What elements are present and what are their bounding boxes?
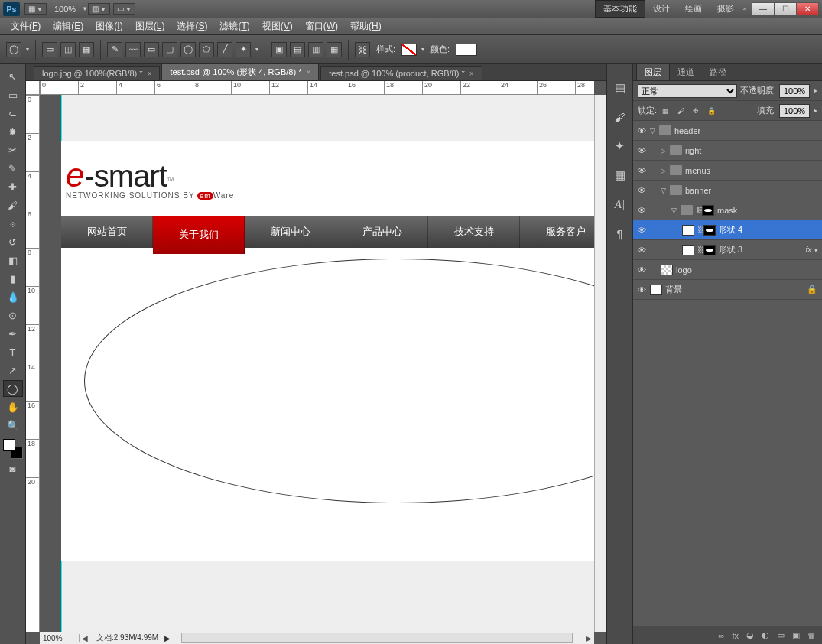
ellipse-tool[interactable]: ◯: [3, 380, 23, 397]
style-none-icon[interactable]: [401, 44, 417, 56]
layer-row[interactable]: 👁▷right: [633, 141, 822, 161]
visibility-icon[interactable]: 👁: [633, 126, 650, 135]
layer-name[interactable]: right: [685, 146, 701, 155]
view-extras-button[interactable]: ▥▼: [88, 3, 110, 15]
layer-thumb[interactable]: [661, 265, 673, 275]
vector-mask-thumb[interactable]: [703, 245, 716, 255]
healing-tool[interactable]: ✚: [3, 178, 23, 195]
vertical-ruler[interactable]: 02468101214161820: [26, 95, 40, 632]
marquee-tool[interactable]: ▭: [3, 86, 23, 103]
line-shape-icon[interactable]: ╱: [217, 42, 232, 57]
ellipse-shape-icon[interactable]: ◯: [180, 42, 196, 57]
layer-row[interactable]: 👁▽header: [633, 121, 822, 141]
vertical-scrollbar[interactable]: [594, 95, 606, 632]
link-layers-icon[interactable]: ∞: [719, 631, 725, 640]
workspace-design[interactable]: 设计: [645, 1, 677, 17]
pen-tool[interactable]: ✒: [3, 325, 23, 342]
adjustment-icon[interactable]: ◐: [762, 630, 769, 640]
layer-thumb[interactable]: [682, 225, 694, 236]
document-tab[interactable]: test.psd @ 100% (product, RGB/8) *×: [320, 66, 482, 80]
menu-window[interactable]: 窗口(W): [299, 18, 344, 34]
type-tool[interactable]: T: [3, 343, 23, 360]
eyedropper-tool[interactable]: ✎: [3, 160, 23, 177]
nav-item[interactable]: 新闻中心: [245, 216, 336, 248]
disclosure-icon[interactable]: ▽: [650, 127, 659, 135]
workspace-photo[interactable]: 摄影: [710, 1, 742, 17]
menu-image[interactable]: 图像(I): [89, 18, 128, 34]
fx-icon[interactable]: fx: [732, 631, 739, 640]
nav-item[interactable]: 网站首页: [61, 216, 153, 248]
foreground-swatch[interactable]: [3, 439, 15, 451]
lock-pixels-icon[interactable]: 🖌: [675, 106, 686, 116]
scroll-left-icon[interactable]: ◀: [80, 634, 90, 642]
zoom-tool[interactable]: 🔍: [3, 417, 23, 434]
fill-input[interactable]: [779, 104, 810, 118]
combine-intersect-icon[interactable]: ▥: [308, 42, 323, 57]
visibility-icon[interactable]: 👁: [633, 226, 650, 235]
layer-thumb[interactable]: [650, 285, 662, 295]
layer-thumb[interactable]: [682, 245, 694, 255]
mask-thumb[interactable]: [702, 205, 714, 216]
layer-row[interactable]: 👁▽⛓mask: [633, 200, 822, 220]
nav-item[interactable]: 产品中心: [336, 216, 428, 248]
workspace-paint[interactable]: 绘画: [677, 1, 710, 17]
layer-name[interactable]: 形状 3: [719, 244, 742, 255]
path-select-tool[interactable]: ↗: [3, 362, 23, 379]
combine-exclude-icon[interactable]: ▦: [327, 42, 342, 57]
rect-shape-icon[interactable]: ▭: [144, 42, 159, 57]
layer-row[interactable]: 👁⛓形状 3fx ▾: [633, 240, 822, 260]
swatches-panel-icon[interactable]: ▦: [611, 167, 629, 184]
layer-row[interactable]: 👁⛓形状 4: [633, 220, 822, 240]
move-tool[interactable]: ↖: [3, 68, 23, 85]
window-close-button[interactable]: ✕: [796, 2, 819, 15]
nav-item[interactable]: 关于我们: [153, 216, 245, 254]
zoom-display[interactable]: 100%: [54, 5, 76, 14]
layer-name[interactable]: logo: [676, 265, 692, 275]
shape-layers-icon[interactable]: ▭: [42, 42, 57, 57]
visibility-icon[interactable]: 👁: [633, 146, 650, 155]
workspace-basic[interactable]: 基本功能: [595, 0, 645, 18]
brush-tool[interactable]: 🖌: [3, 197, 23, 213]
blend-mode-select[interactable]: 正常: [638, 84, 737, 98]
color-swatches[interactable]: [3, 439, 23, 459]
combine-subtract-icon[interactable]: ▤: [290, 42, 305, 57]
layer-name[interactable]: 背景: [665, 284, 682, 295]
menu-filter[interactable]: 滤镜(T): [213, 18, 255, 34]
quick-select-tool[interactable]: ✸: [3, 123, 23, 140]
layer-row[interactable]: 👁▷menus: [633, 161, 822, 181]
stamp-tool[interactable]: ⟐: [3, 215, 23, 232]
crop-tool[interactable]: ✂: [3, 141, 23, 158]
lock-all-icon[interactable]: 🔒: [706, 106, 716, 116]
close-icon[interactable]: ×: [148, 70, 152, 78]
tab-layers[interactable]: 图层: [636, 63, 670, 80]
visibility-icon[interactable]: 👁: [633, 285, 650, 294]
lasso-tool[interactable]: ⊂: [3, 105, 23, 122]
disclosure-icon[interactable]: ▽: [671, 207, 681, 214]
document-tab[interactable]: test.psd @ 100% (形状 4, RGB/8) *×: [161, 63, 319, 80]
layer-row[interactable]: 👁logo: [633, 260, 822, 280]
disclosure-icon[interactable]: ▷: [661, 147, 670, 154]
paragraph-panel-icon[interactable]: ¶: [611, 225, 629, 242]
scroll-right-icon[interactable]: ▶: [583, 634, 594, 642]
nav-item[interactable]: 技术支持: [428, 216, 520, 248]
bridge-button[interactable]: ▦▼: [24, 3, 47, 15]
blur-tool[interactable]: 💧: [3, 288, 23, 305]
layer-row[interactable]: 👁▽banner: [633, 181, 822, 200]
status-menu-icon[interactable]: ▶: [164, 634, 171, 642]
window-minimize-button[interactable]: —: [752, 2, 775, 15]
visibility-icon[interactable]: 👁: [633, 166, 650, 175]
fx-badge[interactable]: fx ▾: [805, 246, 817, 254]
lock-transparent-icon[interactable]: ▦: [660, 106, 671, 116]
fill-flyout-icon[interactable]: ▸: [814, 107, 817, 114]
pen-icon[interactable]: ✎: [107, 42, 122, 57]
tool-preset-icon[interactable]: ◯: [6, 42, 21, 57]
new-layer-icon[interactable]: ▣: [792, 630, 800, 640]
disclosure-icon[interactable]: ▽: [661, 187, 670, 194]
canvas[interactable]: e-smart™ NETWORKING SOLUTIONS BY emWare …: [40, 95, 594, 632]
workspace-more-icon[interactable]: »: [743, 5, 746, 12]
group-icon[interactable]: ▭: [777, 630, 785, 640]
menu-select[interactable]: 选择(S): [171, 18, 213, 34]
round-rect-shape-icon[interactable]: ▢: [162, 42, 177, 57]
menu-layer[interactable]: 图层(L): [129, 18, 171, 34]
freeform-pen-icon[interactable]: 〰: [125, 42, 141, 57]
